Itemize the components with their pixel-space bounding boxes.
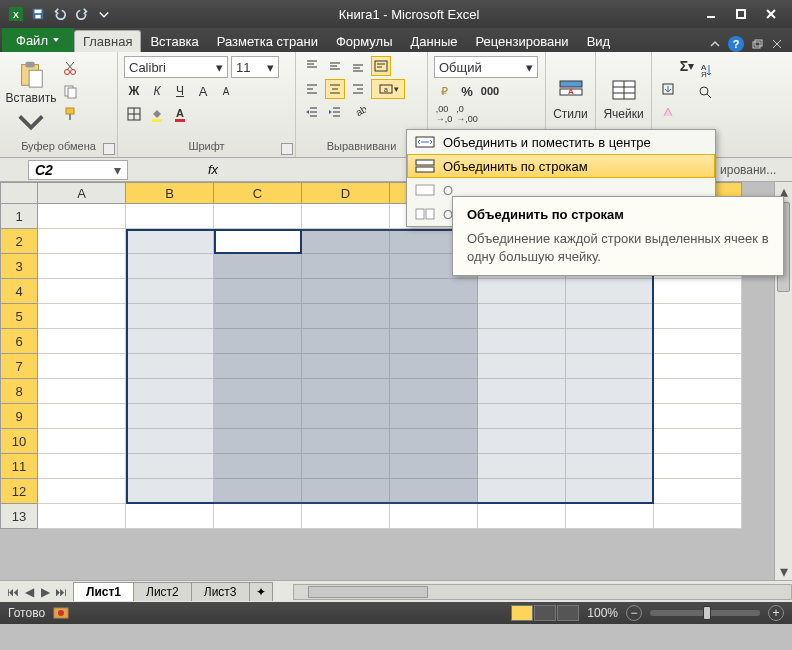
cell[interactable] bbox=[126, 479, 214, 504]
cell[interactable] bbox=[214, 479, 302, 504]
cell[interactable] bbox=[478, 504, 566, 529]
cell[interactable] bbox=[478, 329, 566, 354]
cell[interactable] bbox=[654, 279, 742, 304]
cell[interactable] bbox=[126, 204, 214, 229]
zoom-handle[interactable] bbox=[703, 606, 711, 620]
tab-insert[interactable]: Вставка bbox=[141, 30, 207, 52]
tab-data[interactable]: Данные bbox=[402, 30, 467, 52]
cell[interactable] bbox=[302, 504, 390, 529]
cell[interactable] bbox=[126, 254, 214, 279]
cell[interactable] bbox=[566, 454, 654, 479]
cell[interactable] bbox=[38, 404, 126, 429]
redo-button[interactable] bbox=[72, 4, 92, 24]
tab-page-layout[interactable]: Разметка страни bbox=[208, 30, 327, 52]
number-format-combo[interactable]: Общий▾ bbox=[434, 56, 538, 78]
help-icon[interactable]: ? bbox=[728, 36, 744, 52]
cell[interactable] bbox=[126, 454, 214, 479]
name-box[interactable]: C2▾ bbox=[28, 160, 128, 180]
orientation-button[interactable]: ab bbox=[348, 102, 368, 122]
wrap-text-button[interactable] bbox=[371, 56, 391, 76]
row-header-10[interactable]: 10 bbox=[0, 429, 38, 454]
zoom-out-button[interactable]: − bbox=[626, 605, 642, 621]
cell[interactable] bbox=[214, 329, 302, 354]
cell[interactable] bbox=[654, 354, 742, 379]
increase-indent-button[interactable] bbox=[325, 102, 345, 122]
cell[interactable] bbox=[214, 504, 302, 529]
scroll-down-icon[interactable]: ▾ bbox=[775, 562, 792, 580]
comma-format-button[interactable]: 000 bbox=[480, 81, 500, 101]
cell[interactable] bbox=[566, 404, 654, 429]
align-right-button[interactable] bbox=[348, 79, 368, 99]
tab-home[interactable]: Главная bbox=[74, 30, 141, 52]
cell[interactable] bbox=[566, 504, 654, 529]
select-all-corner[interactable] bbox=[0, 182, 38, 204]
cell[interactable] bbox=[214, 204, 302, 229]
cell[interactable] bbox=[126, 404, 214, 429]
cell[interactable] bbox=[390, 504, 478, 529]
cell[interactable] bbox=[38, 329, 126, 354]
underline-button[interactable]: Ч bbox=[170, 81, 190, 101]
font-size-combo[interactable]: 11▾ bbox=[231, 56, 279, 78]
cell[interactable] bbox=[478, 354, 566, 379]
cell[interactable] bbox=[390, 379, 478, 404]
cell[interactable] bbox=[390, 304, 478, 329]
find-select-button[interactable] bbox=[696, 83, 716, 103]
styles-button[interactable]: A Стили bbox=[552, 56, 589, 139]
row-header-5[interactable]: 5 bbox=[0, 304, 38, 329]
cell[interactable] bbox=[214, 454, 302, 479]
font-color-button[interactable]: A bbox=[170, 104, 190, 124]
window-restore-icon[interactable] bbox=[750, 37, 764, 51]
minimize-button[interactable] bbox=[698, 4, 724, 24]
sheet-tab-1[interactable]: Лист1 bbox=[73, 582, 134, 601]
sheet-tab-2[interactable]: Лист2 bbox=[133, 582, 192, 601]
cell[interactable] bbox=[38, 379, 126, 404]
row-header-4[interactable]: 4 bbox=[0, 279, 38, 304]
align-bottom-button[interactable] bbox=[348, 56, 368, 76]
cell[interactable] bbox=[390, 404, 478, 429]
cell[interactable] bbox=[654, 379, 742, 404]
cell[interactable] bbox=[566, 329, 654, 354]
cell[interactable] bbox=[38, 479, 126, 504]
cell[interactable] bbox=[302, 304, 390, 329]
cell[interactable] bbox=[478, 304, 566, 329]
row-header-3[interactable]: 3 bbox=[0, 254, 38, 279]
cell[interactable] bbox=[478, 279, 566, 304]
fill-color-button[interactable] bbox=[147, 104, 167, 124]
horizontal-scrollbar[interactable] bbox=[293, 584, 792, 600]
font-name-combo[interactable]: Calibri▾ bbox=[124, 56, 228, 78]
cells-button[interactable]: Ячейки bbox=[602, 56, 645, 139]
nav-last[interactable]: ⏭ bbox=[54, 585, 68, 599]
cell[interactable] bbox=[38, 454, 126, 479]
view-page-layout[interactable] bbox=[534, 605, 556, 621]
zoom-in-button[interactable]: + bbox=[768, 605, 784, 621]
paste-button[interactable]: Вставить bbox=[6, 56, 56, 139]
cell[interactable] bbox=[126, 329, 214, 354]
cell[interactable] bbox=[126, 304, 214, 329]
percent-format-button[interactable]: % bbox=[457, 81, 477, 101]
cell[interactable] bbox=[126, 229, 214, 254]
ribbon-minimize-icon[interactable] bbox=[708, 37, 722, 51]
hscroll-thumb[interactable] bbox=[308, 586, 428, 598]
cell[interactable] bbox=[566, 304, 654, 329]
cell[interactable] bbox=[566, 379, 654, 404]
close-button[interactable] bbox=[758, 4, 784, 24]
row-header-6[interactable]: 6 bbox=[0, 329, 38, 354]
macro-record-icon[interactable] bbox=[53, 607, 69, 619]
cell[interactable] bbox=[38, 229, 126, 254]
row-header-8[interactable]: 8 bbox=[0, 379, 38, 404]
nav-prev[interactable]: ◀ bbox=[22, 585, 36, 599]
cell[interactable] bbox=[38, 279, 126, 304]
nav-next[interactable]: ▶ bbox=[38, 585, 52, 599]
align-left-button[interactable] bbox=[302, 79, 322, 99]
window-close-icon[interactable] bbox=[770, 37, 784, 51]
cell[interactable] bbox=[566, 279, 654, 304]
nav-first[interactable]: ⏮ bbox=[6, 585, 20, 599]
row-header-13[interactable]: 13 bbox=[0, 504, 38, 529]
cell[interactable] bbox=[214, 279, 302, 304]
accounting-format-button[interactable]: ₽ bbox=[434, 81, 454, 101]
col-header-b[interactable]: B bbox=[126, 182, 214, 204]
cell[interactable] bbox=[126, 354, 214, 379]
cell[interactable] bbox=[126, 279, 214, 304]
align-top-button[interactable] bbox=[302, 56, 322, 76]
tab-review[interactable]: Рецензировани bbox=[466, 30, 577, 52]
